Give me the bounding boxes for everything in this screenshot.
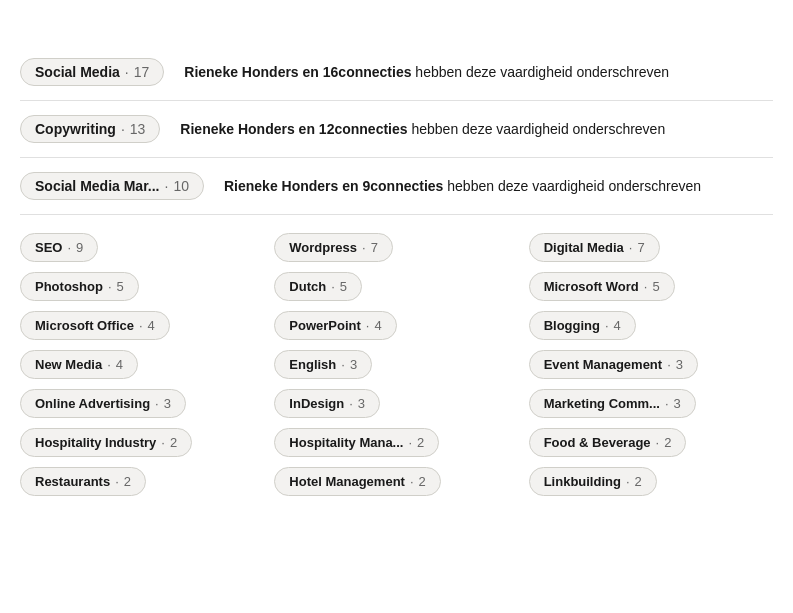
skill-name: Event Management (544, 357, 662, 372)
separator: · (139, 318, 143, 333)
skill-count: 3 (358, 396, 365, 411)
skill-count: 4 (116, 357, 123, 372)
skill-count: 2 (664, 435, 671, 450)
separator: · (125, 64, 129, 80)
skill-name: New Media (35, 357, 102, 372)
skill-badge[interactable]: Event Management·3 (529, 350, 698, 379)
separator: · (107, 357, 111, 372)
skill-badge[interactable]: Linkbuilding·2 (529, 467, 657, 496)
separator: · (644, 279, 648, 294)
separator: · (626, 474, 630, 489)
skill-badge[interactable]: Marketing Comm...·3 (529, 389, 696, 418)
skill-count: 4 (148, 318, 155, 333)
skill-count: 17 (134, 64, 150, 80)
separator: · (656, 435, 660, 450)
skill-name: PowerPoint (289, 318, 361, 333)
skills-section: Social Media·17Rieneke Honders en 16conn… (0, 0, 793, 613)
skill-name: Linkbuilding (544, 474, 621, 489)
skill-badge[interactable]: Blogging·4 (529, 311, 636, 340)
skill-badge[interactable]: PowerPoint·4 (274, 311, 396, 340)
skill-badge[interactable]: Hotel Management·2 (274, 467, 440, 496)
endorser-name: Rieneke Honders en 9connecties (224, 178, 443, 194)
featured-skills-list: Social Media·17Rieneke Honders en 16conn… (20, 44, 773, 215)
skill-name: InDesign (289, 396, 344, 411)
skill-badge[interactable]: Dutch·5 (274, 272, 362, 301)
featured-skill-row: Copywriting·13Rieneke Honders en 12conne… (20, 101, 773, 158)
skill-badge[interactable]: Photoshop·5 (20, 272, 139, 301)
separator: · (408, 435, 412, 450)
separator: · (366, 318, 370, 333)
separator: · (667, 357, 671, 372)
skill-name: Hospitality Industry (35, 435, 156, 450)
separator: · (108, 279, 112, 294)
skill-name: SEO (35, 240, 62, 255)
skill-name: Restaurants (35, 474, 110, 489)
skill-badge[interactable]: Hospitality Industry·2 (20, 428, 192, 457)
endorser-name: Rieneke Honders en 12connecties (180, 121, 407, 137)
skill-name: Marketing Comm... (544, 396, 660, 411)
skill-name: English (289, 357, 336, 372)
skill-name: Hospitality Mana... (289, 435, 403, 450)
separator: · (629, 240, 633, 255)
endorser-name: Rieneke Honders en 16connecties (184, 64, 411, 80)
skill-count: 2 (124, 474, 131, 489)
skill-badge[interactable]: Restaurants·2 (20, 467, 146, 496)
featured-skill-row: Social Media Mar...·10Rieneke Honders en… (20, 158, 773, 215)
skill-count: 3 (674, 396, 681, 411)
featured-skill-row: Social Media·17Rieneke Honders en 16conn… (20, 44, 773, 101)
skill-count: 2 (419, 474, 426, 489)
featured-skill-badge[interactable]: Social Media·17 (20, 58, 164, 86)
skill-count: 2 (635, 474, 642, 489)
skill-name: Microsoft Office (35, 318, 134, 333)
endorsement-text: Rieneke Honders en 9connecties hebben de… (224, 178, 701, 194)
skill-name: Copywriting (35, 121, 116, 137)
skill-name: Food & Beverage (544, 435, 651, 450)
skill-badge[interactable]: Wordpress·7 (274, 233, 393, 262)
skill-count: 7 (371, 240, 378, 255)
skill-count: 3 (164, 396, 171, 411)
skill-name: Social Media Mar... (35, 178, 160, 194)
skill-name: Microsoft Word (544, 279, 639, 294)
separator: · (165, 178, 169, 194)
skill-badge[interactable]: English·3 (274, 350, 372, 379)
separator: · (155, 396, 159, 411)
skill-badge[interactable]: InDesign·3 (274, 389, 380, 418)
separator: · (665, 396, 669, 411)
skill-count: 5 (340, 279, 347, 294)
skill-count: 5 (652, 279, 659, 294)
separator: · (410, 474, 414, 489)
separator: · (161, 435, 165, 450)
skill-count: 13 (130, 121, 146, 137)
separator: · (331, 279, 335, 294)
skill-name: Hotel Management (289, 474, 405, 489)
skill-badge[interactable]: Microsoft Word·5 (529, 272, 675, 301)
skill-count: 4 (614, 318, 621, 333)
skill-badge[interactable]: New Media·4 (20, 350, 138, 379)
skill-name: Online Advertising (35, 396, 150, 411)
skill-count: 2 (417, 435, 424, 450)
skill-badge[interactable]: Online Advertising·3 (20, 389, 186, 418)
skill-count: 7 (637, 240, 644, 255)
featured-skill-badge[interactable]: Social Media Mar...·10 (20, 172, 204, 200)
skill-badge[interactable]: Microsoft Office·4 (20, 311, 170, 340)
endorsement-text: Rieneke Honders en 16connecties hebben d… (184, 64, 669, 80)
other-skills-grid: SEO·9Wordpress·7Digital Media·7Photoshop… (20, 233, 773, 496)
skill-name: Photoshop (35, 279, 103, 294)
skill-count: 3 (350, 357, 357, 372)
separator: · (67, 240, 71, 255)
skill-count: 4 (374, 318, 381, 333)
skill-name: Social Media (35, 64, 120, 80)
separator: · (605, 318, 609, 333)
skill-badge[interactable]: SEO·9 (20, 233, 98, 262)
skill-badge[interactable]: Food & Beverage·2 (529, 428, 687, 457)
skill-name: Wordpress (289, 240, 357, 255)
featured-skill-badge[interactable]: Copywriting·13 (20, 115, 160, 143)
skill-badge[interactable]: Digital Media·7 (529, 233, 660, 262)
skill-count: 9 (76, 240, 83, 255)
separator: · (341, 357, 345, 372)
skill-badge[interactable]: Hospitality Mana...·2 (274, 428, 439, 457)
skill-name: Blogging (544, 318, 600, 333)
separator: · (362, 240, 366, 255)
skill-name: Digital Media (544, 240, 624, 255)
skill-count: 5 (117, 279, 124, 294)
